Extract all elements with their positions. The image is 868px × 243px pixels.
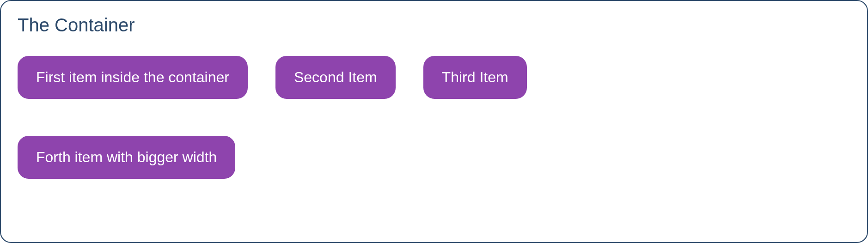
container-item-3[interactable]: Third Item [423,56,527,99]
container-item-4[interactable]: Forth item with bigger width [18,136,235,179]
items-wrap: First item inside the container Second I… [18,56,850,179]
container-title: The Container [18,15,850,36]
container: The Container First item inside the cont… [0,0,868,243]
container-item-2[interactable]: Second Item [275,56,396,99]
container-item-1[interactable]: First item inside the container [18,56,248,99]
